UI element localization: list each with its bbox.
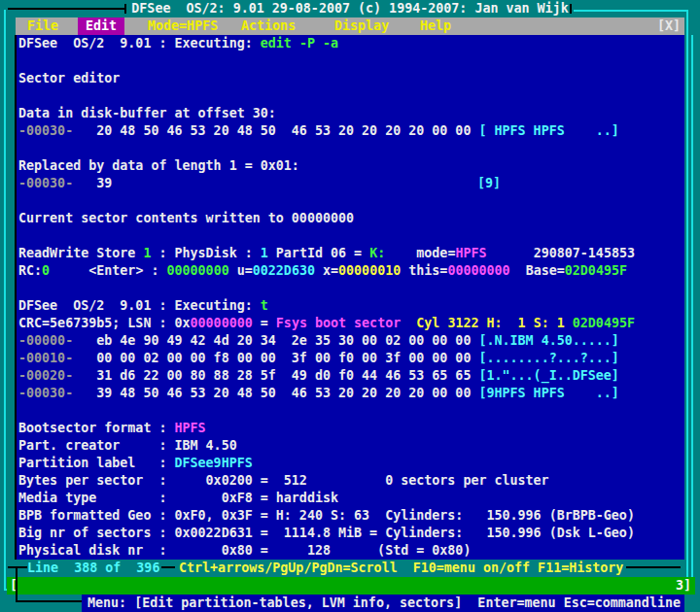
terminal-line: RC:0 <Enter> : 00000000 u=0022D630 x=000… xyxy=(18,262,627,280)
terminal-line: Sector editor xyxy=(18,70,120,87)
terminal-line: ReadWrite Store 1 : PhysDisk : 1 PartId … xyxy=(18,245,635,262)
terminal-text-segment: Big nr of sectors : 0x0022D631 = 1114.8 … xyxy=(18,526,635,540)
status-line-segment xyxy=(161,566,175,568)
menu-item-display[interactable]: Display xyxy=(334,17,389,35)
inner-border-right-line xyxy=(691,35,693,593)
terminal-text-segment xyxy=(565,316,573,330)
terminal-text-segment: edit -P -a xyxy=(261,36,338,51)
outer-border-left-line xyxy=(4,10,6,591)
terminal-text-segment: : PhysDisk : xyxy=(151,246,260,260)
terminal-text-segment: BPB formatted Geo : 0xF0, 0x3F = H: 240 … xyxy=(18,508,635,523)
menu-item-edit[interactable]: Edit xyxy=(78,17,124,35)
terminal-text-segment xyxy=(401,316,416,330)
terminal-text-segment: t xyxy=(261,298,268,313)
key-hint-text: Enter=menu Esc=commandline xyxy=(477,595,681,612)
terminal-line: Bytes per sector : 0x0200 = 512 0 sector… xyxy=(18,472,549,490)
menu-item-actions[interactable]: Actions xyxy=(241,17,296,35)
terminal-text-segment: = xyxy=(253,316,276,330)
dfsee-app-window: DFSee OS/2: 9.01 29-08-2007 (c) 1994-200… xyxy=(0,0,700,612)
terminal-text-segment: eb 4e 90 49 42 4d 20 34 2e 35 30 00 02 0… xyxy=(73,333,478,348)
menu-bar: [X] FileEditMode=HPFSActionsDisplayHelp xyxy=(16,17,684,35)
terminal-text-segment: HPFS xyxy=(174,421,205,435)
terminal-line: -00020- 31 d6 22 00 80 88 28 5f 49 d0 f0… xyxy=(18,367,619,385)
terminal-line: Data in disk-buffer at offset 30: xyxy=(18,105,276,122)
terminal-text-segment: Media type : 0xF8 = harddisk xyxy=(18,491,338,505)
terminal-text-segment: x= xyxy=(315,263,338,278)
status-line-segment xyxy=(8,566,27,568)
terminal-text-segment: Physical disk nr : 0x80 = 128 (Std = 0x8… xyxy=(18,543,471,558)
menu-hint-bar: Menu: [Edit partition-tables, LVM info, … xyxy=(82,595,684,612)
terminal-line: Physical disk nr : 0x80 = 128 (Std = 0x8… xyxy=(18,542,471,560)
terminal-line: Partition label : DFSee9HPFS xyxy=(18,455,253,472)
terminal-text-segment: -00020- xyxy=(18,368,73,383)
terminal-text-segment: u= xyxy=(229,263,253,278)
terminal-line: -00010- 00 00 02 00 00 f8 00 00 3f 00 f0… xyxy=(18,350,619,367)
menu-item-file[interactable]: File xyxy=(27,17,58,35)
terminal-text-segment: PartId 06 = xyxy=(268,246,369,260)
terminal-text-segment: [ HPFS HPFS ..] xyxy=(478,123,618,138)
terminal-text-segment: 0 xyxy=(42,263,50,278)
terminal-text-segment: -00030- xyxy=(18,176,73,190)
terminal-text-segment: Fsys boot sector xyxy=(276,316,401,330)
terminal-text-segment: 39 48 50 46 53 20 48 50 46 53 20 20 20 2… xyxy=(73,386,478,400)
terminal-text-segment: 02D0495F xyxy=(565,263,627,278)
terminal-text-segment: CRC=5e6739b5; LSN : 0x xyxy=(18,316,191,330)
terminal-text-segment: -00030- xyxy=(18,123,73,138)
terminal-text-segment: [........?...?...] xyxy=(478,351,618,365)
terminal-text-segment: Bytes per sector : 0x0200 = 512 0 sector… xyxy=(18,473,549,488)
terminal-text-segment: mode= xyxy=(385,246,455,260)
terminal-text-segment: -00000- xyxy=(18,333,73,348)
terminal-line: Current sector contents written to 00000… xyxy=(18,210,354,227)
menu-item-help[interactable]: Help xyxy=(420,17,451,35)
terminal-text-segment: Part. creator : IBM 4.50 xyxy=(18,438,237,453)
scroll-help-label: Ctrl+arrows/PgUp/PgDn=Scroll F10=menu on… xyxy=(179,560,623,577)
terminal-output: DFSee OS/2 9.01 : Executing: edit -P -aS… xyxy=(17,35,684,560)
terminal-text-segment: Data in disk-buffer at offset 30: xyxy=(18,106,276,120)
terminal-line: -00030- 39[9] xyxy=(18,175,112,192)
menu-hint-text: Menu: [Edit partition-tables, LVM info, … xyxy=(88,595,462,612)
terminal-line: DFSee OS/2 9.01 : Executing: t xyxy=(18,297,268,315)
terminal-line: Media type : 0xF8 = harddisk xyxy=(18,490,338,507)
terminal-text-segment: [1."...(_I..DFSee] xyxy=(478,368,618,383)
menu-item-mode-hpfs[interactable]: Mode=HPFS xyxy=(148,17,218,35)
command-input[interactable]: [ 3] xyxy=(7,577,695,595)
terminal-text-segment: Partition label : xyxy=(18,456,174,470)
terminal-text-segment: 31 d6 22 00 80 88 28 5f 49 d0 f0 44 46 5… xyxy=(73,368,478,383)
terminal-text-segment: [9] xyxy=(477,175,501,192)
terminal-text-segment: <Enter> : xyxy=(50,263,166,278)
terminal-text-segment: [9HPFS HPFS ..] xyxy=(478,386,618,400)
terminal-text-segment: this= xyxy=(401,263,447,278)
terminal-text-segment: -00010- xyxy=(18,351,73,365)
terminal-text-segment: ReadWrite Store xyxy=(18,246,143,260)
terminal-text-segment: 00000010 xyxy=(338,263,401,278)
terminal-text-segment: DFSee OS/2 9.01 : Executing: xyxy=(18,36,261,51)
terminal-line: Replaced by data of length 1 = 0x01: xyxy=(18,157,299,175)
terminal-text-segment: 00000000 xyxy=(447,263,509,278)
terminal-text-segment: 39 xyxy=(73,176,112,190)
terminal-line: -00030- 39 48 50 46 53 20 48 50 46 53 20… xyxy=(18,385,619,402)
close-button[interactable]: [X] xyxy=(657,17,681,35)
hint-border-left-line xyxy=(16,567,18,602)
terminal-text-segment: 290807-145853 xyxy=(487,246,635,260)
terminal-text-segment: 00000000 xyxy=(191,316,253,330)
terminal-text-segment: RC: xyxy=(18,263,42,278)
terminal-text-segment: Bootsector format : xyxy=(18,421,174,435)
terminal-text-segment: 00 00 02 00 00 f8 00 00 3f 00 f0 00 3f 0… xyxy=(73,351,478,365)
terminal-line: CRC=5e6739b5; LSN : 0x00000000 = Fsys bo… xyxy=(18,315,635,332)
hint-border-left-connector xyxy=(16,600,82,602)
terminal-text-segment: DFSee9HPFS xyxy=(174,456,252,470)
window-title: DFSee OS/2: 9.01 29-08-2007 (c) 1994-200… xyxy=(0,0,700,17)
terminal-text-segment: 00000000 xyxy=(166,263,228,278)
terminal-line: Part. creator : IBM 4.50 xyxy=(18,437,237,455)
terminal-text-segment: Replaced by data of length 1 = 0x01: xyxy=(18,158,299,173)
terminal-text-segment: [.N.IBM 4.50.....] xyxy=(478,333,618,348)
status-line-segment xyxy=(626,566,681,568)
scroll-position-label: Line 388 of 396 xyxy=(27,560,159,577)
terminal-line: BPB formatted Geo : 0xF0, 0x3F = H: 240 … xyxy=(18,507,635,525)
terminal-text-segment: Current sector contents written to 00000… xyxy=(18,211,354,225)
outer-border-right-line xyxy=(686,10,688,581)
terminal-text-segment: K: xyxy=(369,246,385,260)
terminal-text-segment: Sector editor xyxy=(18,71,120,85)
terminal-text-segment: 1 xyxy=(261,246,268,260)
terminal-text-segment: 20 48 50 46 53 20 48 50 46 53 20 20 20 2… xyxy=(73,123,478,138)
